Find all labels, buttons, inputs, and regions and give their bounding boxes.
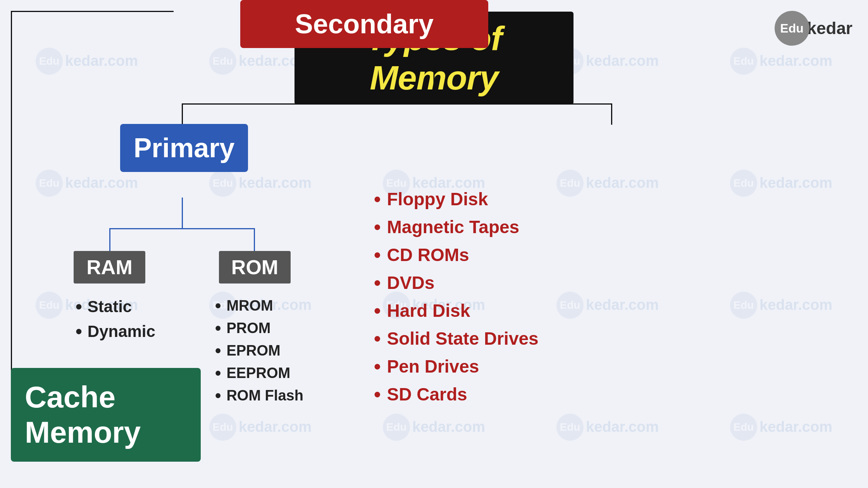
ram-label: RAM [86,256,132,278]
tree-horizontal-line [182,103,612,105]
secondary-item-cdroms: CD ROMs [374,241,539,269]
secondary-item-sdcards: SD Cards [374,380,539,408]
secondary-item-pendrives: Pen Drives [374,352,539,380]
main-page: Edu kedar Types of Memory Primary RAM RO… [0,0,868,488]
tree-secondary-connector [611,103,612,125]
tree-root-line [434,69,435,104]
cache-memory-label: Cache Memory [25,380,141,449]
tree-primary-connector [182,103,183,125]
secondary-item-ssd: Solid State Drives [374,325,539,352]
primary-down-line [182,198,183,229]
secondary-item-tapes: Magnetic Tapes [374,213,539,241]
rom-item-flash: ROM Flash [215,384,303,407]
ram-list: Static Dynamic [76,294,155,344]
rom-box: ROM [219,251,291,284]
primary-label: Primary [134,133,235,163]
secondary-item-floppy: Floppy Disk [374,185,539,213]
rom-item-prom: PROM [215,317,303,339]
ram-box: RAM [74,251,145,284]
cache-memory-box: Cache Memory [11,368,201,462]
logo-circle: Edu [775,11,809,46]
rom-item-eprom: EPROM [215,339,303,362]
ram-item-dynamic: Dynamic [76,319,155,344]
logo: Edu kedar [775,11,852,46]
rom-item-mrom: MROM [215,294,303,317]
rom-label: ROM [231,256,278,278]
logo-circle-text: Edu [780,21,803,36]
ram-rom-horizontal-line [109,228,255,229]
secondary-list: Floppy Disk Magnetic Tapes CD ROMs DVDs … [374,185,539,408]
ram-connector-line [109,228,110,251]
logo-text: kedar [807,19,852,38]
secondary-box: Secondary [240,0,488,48]
rom-item-eeprom: EEPROM [215,362,303,384]
rom-list: MROM PROM EPROM EEPROM ROM Flash [215,294,303,407]
rom-connector-line [254,228,255,251]
secondary-item-dvds: DVDs [374,269,539,297]
left-bracket-line-top [11,11,174,12]
secondary-label: Secondary [295,9,434,39]
ram-item-static: Static [76,294,155,319]
secondary-item-harddisk: Hard Disk [374,297,539,325]
primary-box: Primary [120,124,248,172]
